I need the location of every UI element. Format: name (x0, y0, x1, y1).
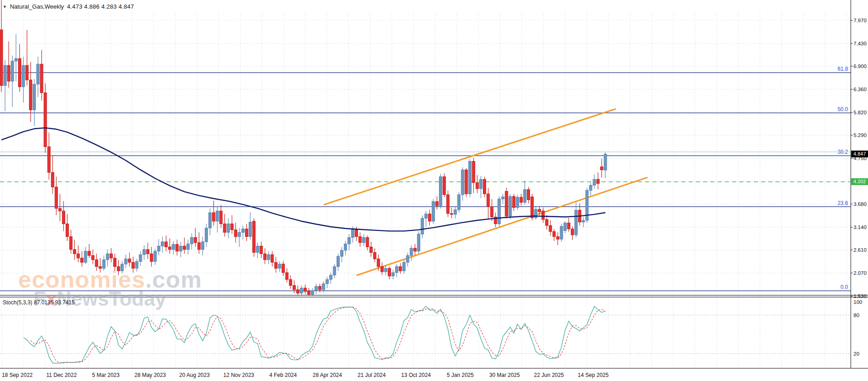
svg-text:14 Sep 2025: 14 Sep 2025 (578, 372, 608, 378)
svg-text:4 Feb 2024: 4 Feb 2024 (269, 372, 297, 378)
svg-text:5 Mar 2023: 5 Mar 2023 (92, 372, 120, 378)
target-price-badge: 4.202 (851, 178, 868, 185)
candle (322, 284, 325, 290)
candle (538, 209, 541, 212)
candle (329, 275, 332, 279)
candle (348, 238, 351, 244)
candle (366, 238, 369, 247)
candle (300, 288, 303, 293)
candle (428, 214, 431, 221)
candle (216, 211, 219, 221)
candle (531, 197, 534, 218)
candle (77, 254, 80, 258)
symbol-dropdown-icon[interactable]: ▼ (3, 5, 7, 9)
candle (165, 242, 168, 247)
candle (454, 210, 457, 214)
candle (406, 255, 409, 262)
candle (549, 225, 552, 231)
candle (315, 286, 318, 290)
candle (461, 170, 464, 195)
fib-label-23.6: 23.6 (838, 200, 849, 206)
candle (271, 254, 274, 262)
svg-text:21 Jul 2024: 21 Jul 2024 (357, 372, 386, 378)
candle (92, 255, 94, 259)
candle (231, 224, 233, 230)
candle (194, 238, 197, 243)
svg-text:28 May 2023: 28 May 2023 (135, 372, 166, 378)
candle (417, 234, 420, 251)
candle (560, 226, 563, 239)
candle (264, 254, 266, 259)
candle (161, 242, 164, 246)
candle (7, 65, 10, 81)
candle (33, 84, 36, 110)
candle (523, 190, 526, 202)
candle (575, 210, 578, 235)
candle (491, 207, 493, 217)
candle (424, 214, 427, 218)
candle (512, 196, 515, 208)
candle (14, 59, 17, 61)
candle (436, 201, 439, 205)
candle (308, 292, 310, 295)
candle (447, 195, 449, 214)
candle (370, 247, 372, 252)
candle (73, 249, 76, 254)
svg-text:12 Nov 2023: 12 Nov 2023 (223, 372, 254, 378)
candle (40, 64, 43, 93)
svg-text:1.530: 1.530 (854, 293, 867, 299)
candle (384, 269, 387, 272)
candle (267, 254, 270, 259)
candle (593, 179, 596, 185)
candle (143, 249, 145, 254)
candle (318, 286, 321, 290)
fib-label-50.0: 50.0 (838, 106, 849, 112)
candle (88, 251, 91, 255)
svg-text:22 Jun 2025: 22 Jun 2025 (534, 372, 564, 378)
svg-text:30 Mar 2025: 30 Mar 2025 (489, 372, 520, 378)
candle (117, 267, 120, 271)
candle (410, 248, 413, 255)
candle (106, 254, 109, 259)
candle (362, 238, 365, 243)
stochastic-indicator-label: Stoch(5,3,3) 87.0135 93.7415 (3, 299, 75, 306)
candle (468, 161, 471, 194)
svg-text:80: 80 (854, 313, 859, 318)
svg-text:20 Aug 2023: 20 Aug 2023 (179, 372, 210, 378)
candle (22, 65, 24, 87)
candle (326, 279, 328, 283)
candle (443, 177, 446, 195)
candle (176, 244, 178, 251)
candle (476, 183, 478, 189)
svg-text:7.970: 7.970 (854, 18, 867, 23)
candle (66, 224, 68, 236)
candle (125, 259, 127, 264)
candle (296, 290, 299, 293)
candle (556, 237, 559, 239)
candle (516, 197, 519, 208)
candle (304, 288, 307, 292)
svg-text:2.610: 2.610 (854, 247, 867, 253)
candle (135, 261, 138, 268)
candle (48, 147, 50, 172)
svg-text:28 Apr 2024: 28 Apr 2024 (313, 372, 342, 378)
candle (344, 244, 347, 250)
candle (289, 279, 292, 285)
svg-text:20: 20 (854, 351, 859, 357)
candle (498, 199, 501, 224)
candle (355, 230, 358, 237)
candle (388, 269, 391, 276)
candle (527, 190, 530, 200)
candle (84, 251, 87, 263)
candle (121, 264, 124, 271)
price-chart-canvas[interactable]: 61.850.038.223.60.07.9707.4306.9006.3605… (0, 0, 868, 381)
candle (359, 237, 362, 243)
candle (172, 244, 175, 249)
candle (600, 167, 603, 170)
candle (381, 267, 383, 272)
candle (146, 249, 149, 254)
candle (238, 232, 241, 236)
candle (414, 248, 416, 251)
candle (62, 211, 65, 224)
candle (275, 262, 277, 268)
